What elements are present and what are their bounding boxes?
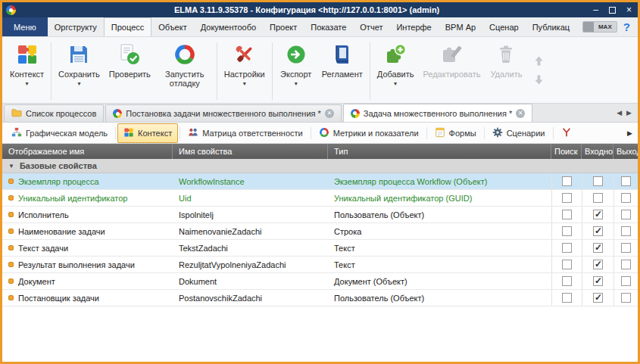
table-row[interactable]: Постановщик задачи PostanovschikZadachi …: [2, 290, 638, 306]
tab-interface[interactable]: Интерфе: [389, 17, 438, 36]
input-checkbox[interactable]: [593, 176, 603, 186]
group-row-basic-properties[interactable]: ▼ Базовые свойства: [2, 159, 638, 173]
column-header-type[interactable]: Тип: [328, 144, 551, 159]
edit-button[interactable]: Редактировать: [418, 39, 485, 103]
input-checkbox[interactable]: [593, 276, 603, 286]
doc-tab-task-setting[interactable]: Постановка задачи множественного выполне…: [105, 104, 342, 122]
doc-tab-label: Постановка задачи множественного выполне…: [126, 109, 321, 118]
column-header-output[interactable]: Выходн: [613, 144, 638, 159]
table-row[interactable]: Экземпляр процесса WorkflowInstance Экзе…: [2, 173, 638, 190]
view-tab-partial[interactable]: [555, 123, 578, 143]
tab-documents[interactable]: Документообо: [194, 17, 263, 36]
input-checkbox[interactable]: [593, 193, 603, 203]
column-header-display-name[interactable]: Отображаемое имя: [2, 144, 173, 159]
view-tab-context[interactable]: Контекст: [117, 123, 178, 143]
view-tab-scenarios[interactable]: Сценарии: [486, 123, 551, 143]
tab-publication[interactable]: Публикац: [526, 17, 576, 36]
input-checkbox[interactable]: [593, 293, 603, 303]
tab-project[interactable]: Проект: [263, 17, 304, 36]
tab-scroll-controls: ◀ ▶: [612, 109, 636, 117]
view-tab-responsibility-matrix[interactable]: Матрица ответственности: [182, 123, 309, 143]
context-button[interactable]: Контекст ▾: [5, 39, 48, 103]
search-checkbox[interactable]: [562, 276, 572, 286]
regulation-button[interactable]: Регламент: [317, 39, 367, 103]
output-checkbox[interactable]: [621, 276, 631, 286]
output-checkbox[interactable]: [621, 193, 631, 203]
export-button[interactable]: Экспорт ▾: [275, 39, 317, 103]
tab-orgstructure[interactable]: Оргструкту: [48, 17, 104, 36]
chevron-down-icon: ▾: [394, 80, 397, 87]
column-header-property-name[interactable]: Имя свойства: [173, 144, 328, 159]
output-checkbox[interactable]: [621, 260, 631, 269]
cell-search: [551, 240, 582, 256]
run-debug-button[interactable]: Запустить отладку: [155, 39, 214, 103]
table-row[interactable]: Документ Dokument Документ (Объект): [2, 273, 638, 290]
column-header-search[interactable]: Поиск: [551, 144, 582, 159]
search-checkbox[interactable]: [562, 210, 572, 219]
cell-display-name: Документ: [2, 273, 173, 289]
output-checkbox[interactable]: [621, 293, 631, 303]
tab-object[interactable]: Объект: [151, 17, 193, 36]
add-button[interactable]: Добавить ▾: [373, 39, 419, 103]
move-up-button[interactable]: [533, 55, 545, 68]
doc-tab-process-list[interactable]: Список процессов: [4, 104, 104, 122]
title-bar: ELMA 3.11.9.35378 - Конфигурация <http:/…: [2, 2, 638, 17]
search-checkbox[interactable]: [562, 243, 572, 253]
table-row[interactable]: Текст задачи TekstZadachi Текст: [2, 240, 638, 257]
scroll-tabs-right-icon[interactable]: ▶: [626, 109, 632, 117]
search-checkbox[interactable]: [562, 293, 572, 303]
input-checkbox[interactable]: [593, 210, 603, 219]
table-row[interactable]: Уникальный идентификатор Uid Уникальный …: [2, 190, 638, 207]
tab-scripts[interactable]: Сценар: [482, 17, 526, 36]
output-checkbox[interactable]: [621, 210, 631, 219]
collapse-triangle-icon[interactable]: ▼: [8, 163, 14, 170]
cell-search: [551, 273, 582, 289]
orgchart-icon: [11, 127, 22, 139]
menu-button[interactable]: Меню: [2, 17, 48, 36]
help-icon[interactable]: ?: [623, 20, 630, 33]
scroll-views-right-icon[interactable]: ▶: [625, 129, 635, 137]
close-tab-icon[interactable]: ✕: [516, 109, 525, 118]
doc-tab-multi-task[interactable]: Задача множественного выполнения * ✕: [343, 104, 532, 122]
settings-button[interactable]: Настройки ▾: [220, 39, 270, 103]
column-header-input[interactable]: Входно: [582, 144, 613, 159]
scroll-tabs-left-icon[interactable]: ◀: [617, 109, 622, 117]
tab-bpm-apps[interactable]: BPM Ар: [439, 17, 482, 36]
output-checkbox[interactable]: [621, 226, 631, 236]
cell-type: Строка: [328, 223, 551, 239]
delete-trash-icon: [493, 42, 519, 67]
max-toggle[interactable]: MAX: [582, 21, 617, 33]
table-row[interactable]: Исполнитель Ispolnitelj Пользователь (Об…: [2, 207, 638, 223]
context-puzzle-icon: [14, 42, 40, 67]
search-checkbox[interactable]: [562, 193, 572, 203]
view-tab-metrics[interactable]: Метрики и показатели: [313, 123, 425, 143]
minimize-button[interactable]: –: [593, 5, 598, 14]
output-checkbox[interactable]: [621, 243, 631, 253]
input-checkbox[interactable]: [593, 226, 603, 236]
input-checkbox[interactable]: [593, 260, 603, 269]
tab-indicators[interactable]: Показате: [304, 17, 353, 36]
gear-icon: [492, 127, 503, 139]
validate-button[interactable]: Проверить: [105, 39, 155, 103]
save-button[interactable]: Сохранить ▾: [54, 39, 105, 103]
search-checkbox[interactable]: [562, 260, 572, 269]
delete-button[interactable]: Удалить: [485, 39, 527, 103]
doc-tab-label: Задача множественного выполнения *: [364, 109, 512, 118]
close-tab-icon[interactable]: ✕: [325, 109, 334, 118]
view-tab-graphic-model[interactable]: Графическая модель: [5, 123, 114, 143]
table-row[interactable]: Наименование задачи NaimenovanieZadachi …: [2, 223, 638, 240]
close-button[interactable]: ×: [626, 5, 632, 14]
output-checkbox[interactable]: [621, 176, 631, 186]
move-down-button[interactable]: [533, 74, 545, 87]
tab-process[interactable]: Процесс: [104, 17, 151, 36]
maximize-button[interactable]: [609, 7, 616, 14]
cell-input: [582, 223, 613, 239]
search-checkbox[interactable]: [562, 176, 572, 186]
cell-search: [551, 190, 582, 206]
table-row[interactable]: Результат выполнения задачи RezuljtatVyp…: [2, 257, 638, 273]
view-tab-separator: [426, 127, 427, 139]
input-checkbox[interactable]: [593, 243, 603, 253]
search-checkbox[interactable]: [562, 226, 572, 236]
tab-report[interactable]: Отчет: [353, 17, 389, 36]
view-tab-forms[interactable]: Формы: [429, 123, 482, 143]
